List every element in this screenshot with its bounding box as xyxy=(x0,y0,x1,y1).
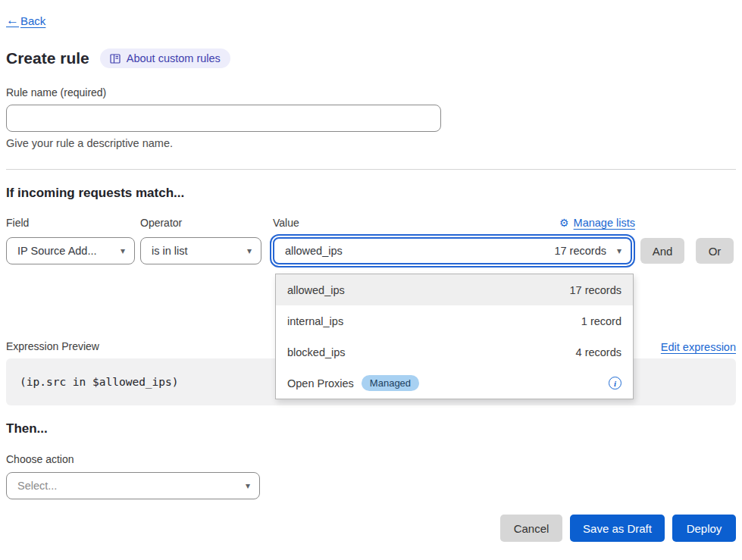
back-arrow-icon: ← xyxy=(6,14,19,27)
back-label: Back xyxy=(20,14,45,27)
value-select[interactable]: allowed_ips 17 records ▾ xyxy=(273,237,632,264)
value-dropdown-panel: allowed_ips 17 records internal_ips 1 re… xyxy=(275,274,634,399)
manage-lists-link[interactable]: ⚙ Manage lists xyxy=(559,217,635,230)
rule-name-label: Rule name (required) xyxy=(6,86,736,99)
chevron-down-icon: ▾ xyxy=(246,480,250,491)
book-icon xyxy=(110,54,121,64)
option-name: Open Proxies xyxy=(287,377,354,389)
page-title: Create rule xyxy=(6,48,89,68)
expression-code: (ip.src in $allowed_ips) xyxy=(20,376,179,388)
value-select-name: allowed_ips xyxy=(285,245,343,257)
about-custom-rules-badge[interactable]: About custom rules xyxy=(100,48,230,68)
title-row: Create rule About custom rules xyxy=(6,48,736,68)
dropdown-option-blocked-ips[interactable]: blocked_ips 4 records xyxy=(276,336,633,368)
dropdown-option-internal-ips[interactable]: internal_ips 1 record xyxy=(276,305,633,336)
match-labels-row: Field Operator Value ⚙ Manage lists xyxy=(6,217,736,230)
operator-select-value: is in list xyxy=(152,245,188,257)
or-button[interactable]: Or xyxy=(696,238,734,264)
option-name: allowed_ips xyxy=(287,284,345,296)
edit-expression-link[interactable]: Edit expression xyxy=(661,341,736,353)
deploy-button[interactable]: Deploy xyxy=(672,515,736,542)
about-badge-label: About custom rules xyxy=(127,52,221,64)
option-records: 1 record xyxy=(581,315,621,327)
option-name: blocked_ips xyxy=(287,346,346,358)
field-select-value: IP Source Add... xyxy=(17,245,97,257)
field-label: Field xyxy=(6,217,140,230)
chevron-down-icon: ▾ xyxy=(247,246,252,256)
manage-lists-label: Manage lists xyxy=(574,217,635,230)
option-name: internal_ips xyxy=(287,315,343,327)
chevron-down-icon: ▾ xyxy=(121,246,125,256)
gear-icon: ⚙ xyxy=(559,217,569,230)
back-link[interactable]: ←Back xyxy=(6,14,45,27)
option-records: 4 records xyxy=(576,346,621,358)
section-divider xyxy=(6,169,736,170)
value-select-records: 17 records xyxy=(554,245,606,257)
info-icon[interactable]: i xyxy=(609,377,621,389)
action-select-placeholder: Select... xyxy=(17,480,57,492)
expression-preview-label: Expression Preview xyxy=(6,339,99,353)
chevron-down-icon: ▾ xyxy=(617,246,621,256)
rule-name-input[interactable] xyxy=(6,105,441,132)
footer-actions: Cancel Save as Draft Deploy xyxy=(6,515,736,542)
condition-row: IP Source Add... ▾ is in list ▾ allowed_… xyxy=(6,237,736,264)
option-records: 17 records xyxy=(569,284,621,296)
managed-badge: Managed xyxy=(362,375,419,391)
field-select[interactable]: IP Source Add... ▾ xyxy=(6,237,135,264)
save-as-draft-button[interactable]: Save as Draft xyxy=(570,515,665,542)
match-section-heading: If incoming requests match... xyxy=(6,186,736,201)
and-button[interactable]: And xyxy=(640,238,684,264)
choose-action-label: Choose action xyxy=(6,453,736,466)
action-select[interactable]: Select... ▾ xyxy=(6,472,260,499)
operator-select[interactable]: is in list ▾ xyxy=(140,237,261,264)
dropdown-option-allowed-ips[interactable]: allowed_ips 17 records xyxy=(276,274,633,305)
create-rule-page: ←Back Create rule About custom rules Rul… xyxy=(0,0,742,560)
operator-label: Operator xyxy=(140,217,273,230)
then-section-heading: Then... xyxy=(6,421,736,436)
cancel-button[interactable]: Cancel xyxy=(500,515,562,542)
value-label: Value xyxy=(273,217,299,230)
rule-name-helper: Give your rule a descriptive name. xyxy=(6,137,736,150)
dropdown-option-open-proxies[interactable]: Open Proxies Managed i xyxy=(276,368,633,399)
